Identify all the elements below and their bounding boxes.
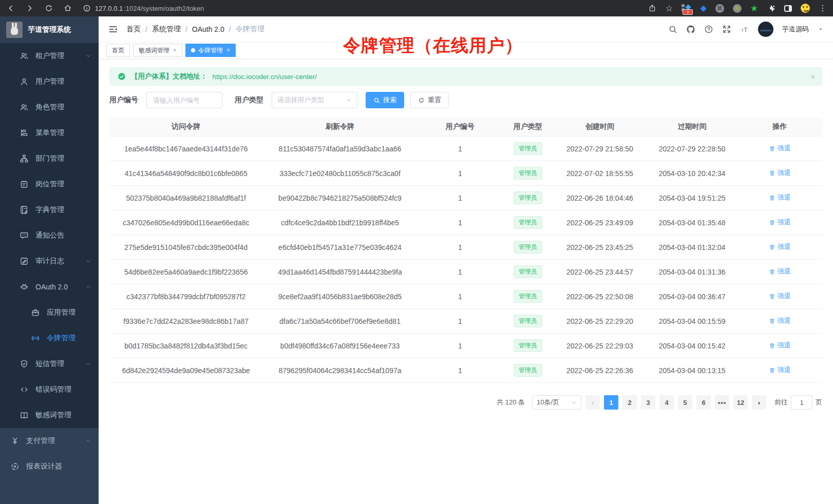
user-no-input[interactable] [146,92,222,108]
font-size-icon[interactable]: TT [740,25,749,34]
sidebar-item-10[interactable]: 应用管理 [0,300,99,325]
sidebar-item-12[interactable]: 短信管理 [0,351,99,377]
gem-extension-icon[interactable]: ◆ [700,4,706,12]
breadcrumb-separator: / [145,25,147,33]
page-button-6[interactable]: 6 [696,395,711,410]
access-token-cell: 275e5de9151045fe87cbdc395e004f4d [109,243,262,251]
sidebar-item-4[interactable]: 部门管理 [0,146,99,171]
profile-avatar-icon[interactable] [801,4,810,13]
refresh-token-cell: b0df4980ffd34c67a08f9156e4eee733 [262,342,417,350]
extension-with-badge-icon[interactable]: 9 [681,4,691,12]
force-logout-button[interactable]: 强退 [769,242,791,251]
more-pages-button[interactable]: ••• [715,395,729,410]
github-icon[interactable] [686,25,695,34]
app-title: 芋道管理系统 [28,25,71,34]
browser-menu-icon[interactable]: ⋮ [819,4,827,12]
id-card-icon [20,180,29,189]
sidebar-item-label: 岗位管理 [35,180,64,189]
sidebar-item-0[interactable]: 租户管理 [0,43,99,69]
search-icon[interactable] [668,25,677,34]
force-logout-button[interactable]: 强退 [769,316,791,325]
sidebar-item-13[interactable]: 错误码管理 [0,377,99,402]
user-name[interactable]: 芋道源码 [782,25,809,34]
sidebar-item-11[interactable]: A令牌管理 [0,325,99,351]
sidebar-item-6[interactable]: 字典管理 [0,197,99,223]
sidebar-item-9[interactable]: OAuth 2.0 [0,274,99,300]
browser-back-icon[interactable] [6,4,15,13]
force-logout-button[interactable]: 强退 [769,218,791,227]
page-info-icon[interactable] [82,4,91,13]
created-time-cell: 2022-06-25 23:44:57 [553,268,647,276]
app-logo[interactable]: 芋道管理系统 [0,16,99,43]
browser-home-icon[interactable] [63,4,72,13]
created-time-cell: 2022-07-29 21:58:50 [553,145,647,153]
force-logout-button[interactable]: 强退 [769,168,791,178]
dot-extension-icon[interactable] [733,4,742,13]
force-logout-button[interactable]: 强退 [769,193,791,202]
sidebar-item-16[interactable]: 报表设计器 [0,454,99,479]
page-button-12[interactable]: 12 [733,395,748,410]
force-logout-button[interactable]: 强退 [769,292,791,301]
puzzle-extensions-icon[interactable] [767,4,775,13]
close-tab-icon[interactable]: × [173,47,177,54]
alert-doc-link[interactable]: https://doc.iocoder.cn/user-center/ [213,73,317,81]
user-avatar[interactable] [758,22,773,37]
force-logout-button[interactable]: 强退 [769,144,791,153]
fullscreen-icon[interactable] [722,25,731,34]
browser-reload-icon[interactable] [44,4,53,13]
search-button[interactable]: 搜索 [366,92,404,108]
force-logout-button[interactable]: 强退 [769,341,791,350]
reset-button[interactable]: 重置 [410,92,449,108]
page-size-select[interactable]: 10条/页 [532,395,581,410]
refresh-token-cell: dfa6c71a50a54c66bef706ef9e6e8d81 [262,317,417,325]
breadcrumb-item-1[interactable]: 系统管理 [152,25,181,34]
page-button-1[interactable]: 1 [604,395,618,410]
alert-close-icon[interactable]: × [810,72,815,81]
force-logout-button[interactable]: 强退 [769,365,791,375]
sidebar-item-14[interactable]: 敏感词管理 [0,402,99,428]
breadcrumb-item-2[interactable]: OAuth 2.0 [192,25,224,33]
sidebar-item-7[interactable]: 通知公告 [0,223,99,248]
address-bar[interactable]: 127.0.0.1:1024/system/oauth2/token [82,4,204,13]
tab-2[interactable]: 令牌管理× [185,44,236,57]
user-type-badge: 管理员 [514,241,542,254]
next-page-button[interactable]: › [752,395,766,410]
code-icon [20,385,29,394]
prev-page-button[interactable]: ‹ [585,395,600,410]
browser-forward-icon[interactable] [25,4,34,13]
force-logout-button[interactable]: 强退 [769,267,791,276]
goto-page-input[interactable] [791,395,812,410]
sidebar-item-label: 审计日志 [35,257,64,266]
breadcrumb: 首页/系统管理/OAuth 2.0/令牌管理 [126,25,264,34]
sidebar-item-2[interactable]: 角色管理 [0,94,99,120]
tab-0[interactable]: 首页 [106,44,130,57]
bookmark-star-icon[interactable]: ☆ [665,4,673,13]
sidebar-item-8[interactable]: 审计日志 [0,248,99,274]
page-button-4[interactable]: 4 [659,395,674,410]
page-button-5[interactable]: 5 [678,395,692,410]
briefcase-icon [31,308,40,317]
page-button-3[interactable]: 3 [641,395,655,410]
close-tab-icon[interactable]: × [226,47,230,54]
sidebar-item-1[interactable]: 用户管理 [0,69,99,94]
table-row: 1ea5e44f8bc1467aaede43144f31de76811c5304… [109,137,822,161]
breadcrumb-item-0[interactable]: 首页 [126,25,141,34]
sidebar-item-3[interactable]: 菜单管理 [0,120,99,146]
user-type-select[interactable]: 请选择用户类型 [272,92,357,108]
sidebar-item-5[interactable]: 岗位管理 [0,171,99,197]
side-panel-icon[interactable] [784,5,792,12]
collapse-sidebar-icon[interactable] [108,24,118,34]
page-button-2[interactable]: 2 [622,395,637,410]
token-table: 访问令牌刷新令牌用户编号用户类型创建时间过期时间操作 1ea5e44f8bc14… [109,118,822,383]
help-icon[interactable] [704,25,713,34]
tab-1[interactable]: 敏感词管理× [133,44,182,57]
user-menu-caret-icon[interactable] [818,26,824,32]
user-type-badge: 管理员 [514,315,542,327]
chevron-down-icon [85,361,91,367]
user-id-cell: 1 [418,243,503,251]
share-icon[interactable] [648,4,656,13]
sidebar-item-15[interactable]: 支付管理 [0,428,99,454]
star-extension-icon[interactable]: ★ [750,4,758,13]
user-id-cell: 1 [418,219,503,227]
command-extension-icon[interactable]: ⌘ [715,4,724,13]
